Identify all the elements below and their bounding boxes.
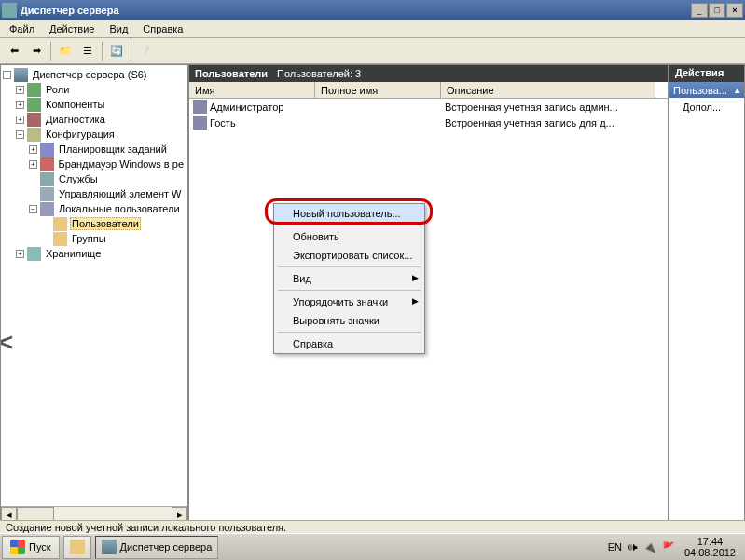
arrow-left-icon: ⬅	[10, 45, 19, 57]
taskbar-app[interactable]: Диспетчер сервера	[95, 536, 219, 559]
context-new-user[interactable]: Новый пользователь...	[274, 204, 424, 223]
expander-icon[interactable]: +	[29, 160, 37, 169]
close-button[interactable]: ×	[726, 3, 743, 18]
list-icon: ☰	[83, 45, 92, 57]
expander-icon[interactable]: +	[16, 86, 24, 94]
tree-label: Диспетчер сервера (S6)	[31, 69, 149, 80]
tree-users[interactable]: Пользователи	[3, 216, 186, 231]
toolbar-separator	[50, 42, 51, 61]
tree-label: Хранилище	[44, 248, 103, 259]
up-button[interactable]: 📁	[55, 41, 76, 61]
wmi-icon	[40, 187, 54, 201]
diagnostics-icon	[27, 113, 41, 127]
expander-icon[interactable]: +	[16, 116, 24, 124]
system-tray: EN 🕪 🔌 🚩 17:44 04.08.2012	[602, 536, 745, 558]
tree-label: Пользователи	[70, 217, 141, 230]
tray-icon[interactable]: 🚩	[662, 541, 675, 553]
minimize-button[interactable]: _	[691, 3, 708, 18]
tree-label: Управляющий элемент W	[57, 188, 183, 199]
column-fullname[interactable]: Полное имя	[315, 82, 441, 98]
tree-label: Конфигурация	[44, 129, 117, 140]
refresh-button[interactable]: 🔄	[106, 41, 127, 61]
tray-icon[interactable]: 🕪	[628, 541, 638, 553]
title-bar: Диспетчер сервера _ □ ×	[0, 0, 745, 20]
column-description[interactable]: Описание	[441, 82, 655, 98]
arrow-right-icon: ➡	[33, 45, 41, 57]
tree-configuration[interactable]: −Конфигурация	[3, 127, 186, 142]
actions-section-label: Пользова...	[673, 85, 727, 96]
list-body[interactable]: Администратор Встроенная учетная запись …	[189, 99, 668, 522]
tree-label: Планировщик заданий	[57, 143, 169, 155]
tree-groups[interactable]: Группы	[3, 231, 186, 246]
back-button[interactable]: ⬅	[4, 41, 24, 61]
tree-firewall[interactable]: +Брандмауэр Windows в ре	[3, 157, 186, 171]
tree-storage[interactable]: +Хранилище	[3, 246, 186, 261]
tree-label: Группы	[70, 233, 108, 244]
tree-components[interactable]: +Компоненты	[3, 97, 186, 112]
tree-root[interactable]: −Диспетчер сервера (S6)	[3, 67, 186, 82]
help-button[interactable]: ❔	[135, 41, 156, 61]
start-button[interactable]: Пуск	[2, 536, 60, 559]
chevron-up-icon: ▴	[735, 84, 740, 96]
cell-name: Администратор	[210, 102, 283, 113]
start-label: Пуск	[29, 541, 51, 553]
context-export[interactable]: Экспортировать список...	[274, 246, 424, 265]
tree-localusers[interactable]: −Локальные пользователи	[3, 201, 186, 216]
list-item[interactable]: Гость Встроенная учетная запись для д...	[189, 115, 668, 130]
forward-button[interactable]: ➡	[26, 41, 47, 61]
expander-icon[interactable]: +	[16, 101, 24, 109]
roles-icon	[27, 83, 41, 97]
menu-file[interactable]: Файл	[2, 21, 42, 36]
context-refresh[interactable]: Обновить	[274, 227, 424, 246]
folder-icon	[53, 217, 67, 231]
actions-section[interactable]: Пользова...▴	[669, 82, 744, 98]
toolbar-separator	[131, 42, 131, 61]
menu-help[interactable]: Справка	[135, 21, 190, 36]
tree-label: Диагностика	[44, 114, 107, 125]
tree-taskscheduler[interactable]: +Планировщик заданий	[3, 142, 186, 157]
expander-icon[interactable]: +	[29, 145, 37, 154]
actions-header: Действия	[669, 65, 744, 82]
context-align[interactable]: Выровнять значки	[274, 311, 424, 330]
server-icon	[14, 68, 28, 82]
components-icon	[27, 98, 41, 112]
context-help[interactable]: Справка	[274, 335, 424, 353]
taskbar-pinned-explorer[interactable]	[63, 536, 91, 559]
help-icon: ❔	[139, 45, 152, 57]
actions-more[interactable]: Допол...	[669, 98, 744, 116]
context-item-label: Вид	[293, 273, 311, 284]
windows-logo-icon	[10, 540, 25, 554]
expander-icon[interactable]: −	[3, 71, 11, 79]
context-menu: Новый пользователь... Обновить Экспортир…	[273, 203, 425, 354]
list-button[interactable]: ☰	[77, 41, 98, 61]
menu-action[interactable]: Действие	[42, 21, 102, 36]
list-header-count: Пользователей: 3	[277, 68, 361, 79]
tray-icon[interactable]: 🔌	[643, 541, 656, 553]
lang-indicator[interactable]: EN	[608, 541, 622, 553]
clock[interactable]: 17:44 04.08.2012	[681, 536, 739, 558]
list-item[interactable]: Администратор Встроенная учетная запись …	[189, 99, 668, 115]
menu-view[interactable]: Вид	[102, 21, 135, 36]
expander-icon[interactable]: −	[29, 205, 37, 213]
nav-arrow-icon: <	[0, 328, 13, 357]
taskbar-app-label: Диспетчер сервера	[120, 541, 213, 553]
column-name[interactable]: Имя	[189, 82, 315, 98]
expander-icon[interactable]: −	[16, 130, 24, 139]
configuration-icon	[27, 128, 41, 142]
app-icon	[2, 3, 17, 18]
window-title: Диспетчер сервера	[21, 5, 690, 16]
context-view[interactable]: Вид▶	[274, 269, 424, 288]
context-item-label: Упорядочить значки	[293, 296, 388, 307]
tree-services[interactable]: Службы	[3, 171, 186, 186]
toolbar: ⬅ ➡ 📁 ☰ 🔄 ❔	[0, 38, 745, 64]
context-separator	[278, 332, 421, 333]
tree-roles[interactable]: +Роли	[3, 82, 186, 97]
chevron-right-icon: ▶	[412, 273, 419, 282]
context-arrange[interactable]: Упорядочить значки▶	[274, 293, 424, 311]
tree-wmi[interactable]: Управляющий элемент W	[3, 186, 186, 201]
clock-date: 04.08.2012	[684, 547, 736, 558]
maximize-button[interactable]: □	[709, 3, 725, 18]
expander-icon[interactable]: +	[16, 250, 24, 258]
user-icon	[193, 116, 207, 130]
tree-diagnostics[interactable]: +Диагностика	[3, 112, 186, 127]
